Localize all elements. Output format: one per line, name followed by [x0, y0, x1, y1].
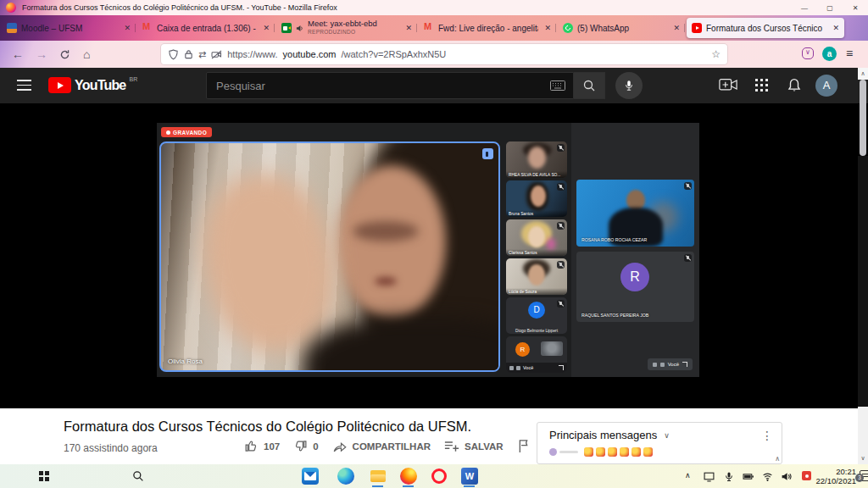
participant-tile: RHEA SILVA DE AVILA SO... — [506, 141, 567, 178]
create-video-button[interactable] — [719, 78, 737, 92]
chat-scroll-up-icon[interactable]: ∧ — [775, 455, 780, 463]
menu-icon[interactable]: ≡ — [846, 47, 853, 60]
bookmark-star-icon[interactable]: ☆ — [711, 48, 721, 60]
antivirus-tray-icon[interactable] — [802, 471, 811, 480]
file-explorer-icon[interactable] — [370, 468, 387, 485]
keyboard-icon[interactable] — [550, 80, 565, 91]
audio-indicator-icon — [482, 148, 493, 159]
home-button[interactable]: ⌂ — [83, 47, 90, 61]
pocket-icon[interactable]: ∨ — [802, 47, 814, 59]
close-button[interactable]: ✕ — [843, 4, 868, 12]
opera-app-icon[interactable] — [431, 469, 447, 484]
url-bar[interactable]: ⇄ https://www.youtube.com/watch?v=2RSpAx… — [161, 44, 727, 64]
autoplay-blocked-icon[interactable] — [211, 50, 222, 59]
participant-tile: D Diogo Belmonte Lippert — [506, 297, 567, 334]
participant-tile: Bruna Santos — [506, 180, 567, 217]
mail-app-icon[interactable] — [302, 468, 319, 485]
shield-icon[interactable] — [168, 49, 179, 60]
battery-icon[interactable] — [743, 471, 754, 482]
tab-label: (5) WhatsApp — [577, 24, 667, 33]
edge-app-icon[interactable] — [337, 468, 354, 485]
window-controls: — ▢ ✕ — [792, 4, 868, 12]
expand-icon — [559, 365, 564, 370]
tab-close-icon[interactable]: ✕ — [263, 24, 270, 32]
tab-close-icon[interactable]: ✕ — [124, 24, 131, 32]
firefox-app-icon[interactable] — [400, 468, 417, 485]
maximize-button[interactable]: ▢ — [817, 4, 843, 12]
scrollbar-track[interactable] — [858, 156, 868, 407]
tab-moodle[interactable]: Moodle – UFSM ✕ — [2, 18, 136, 38]
expand-icon — [682, 362, 687, 367]
date: 22/10/2021 — [812, 476, 856, 485]
tab-gmail-fwd[interactable]: Fwd: Live direção - angelita.sil ✕ — [419, 18, 556, 38]
voice-search-button[interactable] — [615, 72, 643, 99]
window-titlebar: Formatura dos Cursos Técnicos do Colégio… — [0, 0, 868, 15]
self-view-tile: R Você — [506, 336, 567, 373]
start-button[interactable] — [39, 471, 43, 475]
cam-off-icon — [509, 366, 514, 370]
report-button[interactable] — [517, 439, 530, 453]
tab-close-icon[interactable]: ✕ — [544, 24, 551, 32]
guide-hamburger-icon[interactable] — [17, 80, 31, 91]
notifications-bell-icon[interactable] — [787, 77, 802, 94]
like-button[interactable]: 107 — [244, 439, 280, 453]
tray-microphone-icon[interactable] — [724, 471, 734, 482]
cast-display-icon[interactable] — [704, 471, 715, 482]
tab-meet[interactable]: Meet: yax-ebbt-ebd REPRODUZINDO ✕ — [276, 18, 417, 38]
participant-name: Clarissa Santos — [506, 249, 567, 256]
tab-gmail-inbox[interactable]: Caixa de entrada (1.306) - ange ✕ — [137, 18, 275, 38]
participant-tile: Lúcia de Souza — [506, 258, 567, 295]
taskbar-clock[interactable]: 20:21 22/10/2021 — [812, 467, 856, 485]
forward-button[interactable]: → — [36, 47, 47, 61]
page-scrollbar[interactable]: ∧ ∨ — [858, 68, 868, 464]
scrollbar-track[interactable] — [858, 407, 868, 452]
tab-close-icon[interactable]: ✕ — [405, 24, 412, 32]
scrollbar-thumb[interactable] — [860, 80, 866, 156]
bell-icon — [787, 77, 802, 94]
like-count: 107 — [264, 441, 280, 452]
tray-expand-icon[interactable]: ∧ — [685, 471, 691, 480]
wifi-icon[interactable] — [762, 471, 773, 482]
account-avatar[interactable]: A — [815, 75, 837, 97]
tab-whatsapp[interactable]: (5) WhatsApp ✕ — [558, 18, 685, 38]
taskbar-search-icon[interactable] — [132, 470, 144, 482]
back-button[interactable]: ← — [12, 47, 24, 61]
mic-muted-icon — [557, 222, 565, 230]
dislike-button[interactable]: 0 — [293, 439, 318, 453]
chat-message — [537, 445, 782, 457]
search-input[interactable] — [214, 79, 550, 93]
chat-filter-label[interactable]: Principais mensagens — [549, 429, 657, 441]
firefox-account-avatar[interactable]: a — [822, 47, 837, 61]
tab-youtube-active[interactable]: Formatura dos Cursos Técnico ✕ — [687, 18, 844, 38]
clap-emoji — [596, 447, 605, 457]
chat-menu-icon[interactable]: ⋮ — [761, 430, 773, 441]
scrollbar-up-arrow[interactable]: ∧ — [858, 68, 868, 80]
action-center-icon[interactable]: 3 — [860, 470, 868, 481]
scrollbar-down-arrow[interactable]: ∨ — [858, 452, 868, 464]
speaker-mouth — [375, 277, 397, 286]
chevron-down-icon[interactable]: ∨ — [664, 431, 670, 440]
windows-taskbar: ∧ 20:21 22/10/2021 3 — [0, 464, 868, 488]
cam-off-icon — [653, 363, 657, 367]
participant-name: Bruna Santos — [506, 210, 567, 217]
permissions-arrows-icon[interactable]: ⇄ — [198, 49, 206, 60]
search-button[interactable] — [574, 72, 605, 99]
apps-grid-icon[interactable] — [755, 79, 758, 81]
share-button[interactable]: COMPARTILHAR — [332, 440, 431, 453]
video-player[interactable]: GRAVANDO Olivia Rosa RHEA SILVA DE AVILA… — [0, 103, 868, 408]
word-app-icon[interactable] — [461, 468, 478, 485]
minimize-button[interactable]: — — [792, 4, 817, 12]
clap-emoji — [608, 447, 617, 457]
lock-icon[interactable] — [184, 49, 193, 59]
volume-icon[interactable] — [781, 471, 792, 482]
clap-emoji — [632, 447, 641, 457]
tab-close-icon[interactable]: ✕ — [673, 24, 680, 32]
reload-button[interactable] — [59, 49, 70, 60]
tab-close-icon[interactable]: ✕ — [832, 24, 839, 32]
search-box[interactable] — [206, 72, 574, 99]
speaker-eyes — [353, 221, 419, 241]
save-button[interactable]: SALVAR — [444, 440, 504, 452]
gmail-favicon — [142, 23, 153, 33]
youtube-logo[interactable]: YouTube BR — [48, 77, 137, 93]
video-title: Formatura dos Cursos Técnicos do Colégio… — [64, 419, 471, 435]
